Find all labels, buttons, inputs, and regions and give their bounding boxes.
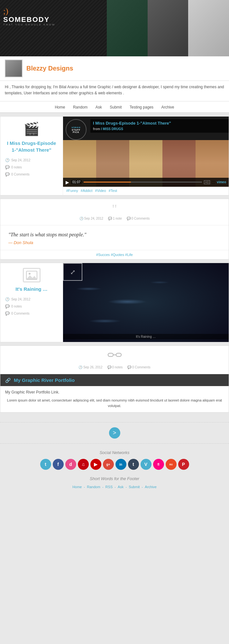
play-button[interactable]: ▶ — [66, 180, 69, 185]
image-expand-box[interactable]: ⤢ — [63, 263, 82, 281]
footer-rss[interactable]: RSS — [105, 485, 113, 489]
footer-submit[interactable]: Submit — [129, 485, 140, 489]
tag-test[interactable]: #Test — [109, 189, 117, 193]
video-post-title[interactable]: I Miss Drugs-Episode 1-"Almost There" — [5, 140, 58, 153]
quote-comments: 💬 0 Comments — [127, 217, 150, 220]
svg-point-1 — [29, 273, 31, 275]
video-thumbnail[interactable]: ▶ 01:07 HD :: vimeo — [63, 140, 229, 187]
stumbleupon-icon[interactable]: su — [166, 459, 177, 470]
footer-archive[interactable]: Archive — [145, 485, 157, 489]
footer-home[interactable]: Home — [72, 485, 82, 489]
image-caption: It’s Raining … — [63, 334, 229, 339]
rain-image: ⤢ It’s Raining … — [63, 263, 229, 342]
link-small-icon: 🔗 — [5, 378, 11, 383]
video-post-meta: 🕐 Sep 24, 2012 💬 0 notes 💬 0 Comments — [5, 157, 58, 177]
tag-life[interactable]: #Life — [125, 253, 133, 257]
flickr-icon[interactable]: fl — [153, 459, 164, 470]
avatar — [5, 60, 23, 77]
progress-fill — [84, 182, 131, 183]
facebook-icon[interactable]: f — [53, 459, 64, 470]
svg-rect-3 — [108, 353, 113, 356]
vimeo-logo: vimeo — [217, 180, 226, 184]
link-comments: 💬 0 Comments — [127, 365, 150, 369]
pinterest-icon[interactable]: P — [178, 459, 189, 470]
nav-random[interactable]: Random — [73, 105, 87, 109]
expand-icon: ⤢ — [70, 268, 76, 276]
post-quote: " 🕐 Sep 24, 2012 💬 1 note 💬 0 Comments "… — [0, 199, 229, 260]
post-left-image: It's Raining … 🕐 Sep 24, 2012 💬 0 notes … — [0, 263, 63, 342]
footer-random[interactable]: Random — [87, 485, 100, 489]
chain-icon — [5, 351, 224, 363]
quote-body: "The start is what stops most people." —… — [0, 225, 229, 250]
nav-submit[interactable]: Submit — [110, 105, 122, 109]
time-display: 01:07 — [71, 180, 82, 184]
video-title-overlay: I Miss Drugs-Episode 1-"Almost There" fr… — [90, 119, 229, 133]
notes-icon: 💬 — [5, 164, 10, 171]
post-video: 🎬 I Miss Drugs-Episode 1-"Almost There" … — [0, 116, 229, 195]
svg-marker-2 — [26, 275, 37, 279]
video-overlay-title: I Miss Drugs-Episode 1-"Almost There" — [93, 121, 226, 126]
tag-addict[interactable]: #Addict — [81, 189, 93, 193]
profile-name: Blezzy Designs — [26, 65, 73, 72]
photo-strip-1 — [107, 0, 148, 56]
header-logo: ;) SOMEBODY THAT YOU SHOULD KNOW — [3, 6, 55, 26]
tag-succes[interactable]: #Succes — [96, 253, 110, 257]
tumblr-icon[interactable]: t — [128, 459, 139, 470]
svg-rect-4 — [116, 353, 121, 356]
footer: Social Networks t f d ♫ ▶ g+ in t V fl s… — [0, 443, 229, 495]
image-post-meta: 🕐 Sep 24, 2012 💬 0 notes 💬 0 Comments — [5, 296, 58, 317]
post-link: 🕐 Sep 26, 2012 💬 0 notes 💬 0 Comments 🔗 … — [0, 346, 229, 412]
clock-icon2: 🕐 — [5, 296, 10, 303]
video-source: I MISS DRUGS — [101, 127, 123, 131]
video-embed[interactable]: vimeo STAFF PICK I Miss Drugs-Episode 1-… — [63, 117, 229, 186]
footer-ask[interactable]: Ask — [118, 485, 124, 489]
progress-bar[interactable] — [84, 182, 202, 183]
link-meta: 🕐 Sep 26, 2012 💬 0 notes 💬 0 Comments — [5, 365, 224, 369]
clock-icon: 🕐 — [5, 157, 10, 164]
tag-quotes[interactable]: #Quotes — [111, 253, 124, 257]
video-comments: 0 Comments — [11, 172, 30, 177]
nav-ask[interactable]: Ask — [96, 105, 102, 109]
social-networks-title: Social Networks — [5, 450, 224, 455]
linkedin-icon[interactable]: in — [115, 459, 126, 470]
pick-label: PICK — [73, 131, 79, 133]
image-right[interactable]: ⤢ It’s Raining … — [63, 263, 229, 342]
nav-testing[interactable]: Testing pages — [130, 105, 153, 109]
quote-tags: #Succes #Quotes #Life — [0, 250, 229, 259]
quote-notes: 💬 1 note — [108, 217, 122, 220]
link-description: Lorem ipsum dolor sit amet, consectetuer… — [5, 398, 224, 408]
tag-funny[interactable]: #Funny — [66, 189, 78, 193]
next-page-button[interactable]: > — [109, 427, 120, 439]
image-comments: 0 Comments — [11, 311, 30, 317]
quote-author: — Don Shula — [8, 240, 221, 245]
hd-badge: HD — [204, 180, 210, 184]
notes-icon2: 💬 — [5, 303, 10, 310]
link-title[interactable]: My Graphic River Portfolio — [14, 377, 75, 383]
link-title-bar[interactable]: 🔗 My Graphic River Portfolio — [0, 374, 229, 386]
footer-words-title: Short Words for the Footer — [5, 476, 224, 481]
image-post-title[interactable]: It's Raining … — [5, 286, 58, 292]
posts-container: 🎬 I Miss Drugs-Episode 1-"Almost There" … — [0, 113, 229, 419]
link-header: 🕐 Sep 26, 2012 💬 0 notes 💬 0 Comments — [0, 346, 229, 374]
photo-strip-3 — [188, 0, 229, 56]
link-url[interactable]: My Graphic River Portfolio Link. — [5, 390, 224, 394]
twitter-icon[interactable]: t — [40, 459, 51, 470]
pagination: > — [0, 422, 229, 443]
post-right-video: vimeo STAFF PICK I Miss Drugs-Episode 1-… — [63, 117, 229, 195]
nav-archive[interactable]: Archive — [161, 105, 174, 109]
link-body: My Graphic River Portfolio Link. Lorem i… — [0, 386, 229, 412]
vimeo-icon[interactable]: V — [141, 459, 151, 470]
dribbble-icon[interactable]: d — [65, 459, 76, 470]
profile-bar: Blezzy Designs — [0, 56, 229, 81]
youtube-icon[interactable]: ▶ — [90, 459, 101, 470]
video-controls[interactable]: ▶ 01:07 HD :: vimeo — [63, 178, 229, 187]
googleplus-icon[interactable]: g+ — [103, 459, 114, 470]
rain-drops — [63, 263, 229, 342]
nav-home[interactable]: Home — [55, 105, 65, 109]
tag-video[interactable]: #Video — [95, 189, 106, 193]
logo-sub: THAT YOU SHOULD KNOW — [3, 23, 55, 26]
main-nav[interactable]: Home Random Ask Submit Testing pages Arc… — [0, 101, 229, 113]
lastfm-icon[interactable]: ♫ — [78, 459, 89, 470]
logo-symbol: ;) — [3, 6, 55, 16]
quote-date: 🕐 Sep 24, 2012 — [79, 217, 103, 220]
